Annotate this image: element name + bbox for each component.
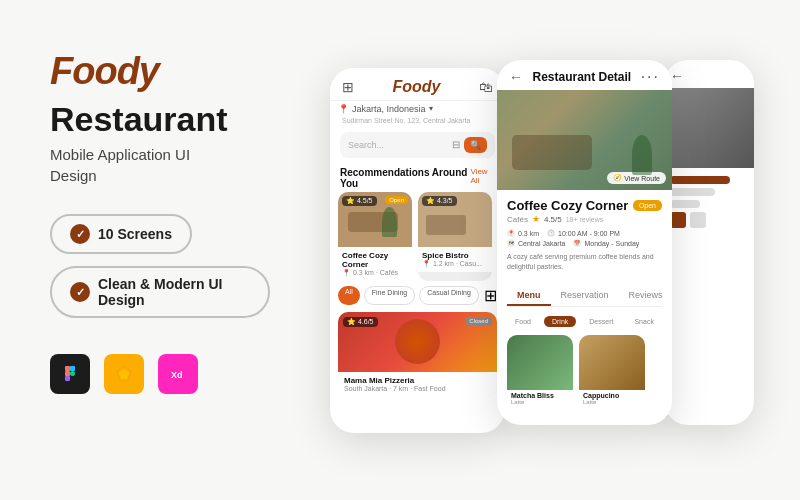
xd-icon[interactable]: Xd bbox=[158, 354, 198, 394]
distance-icon: 📍 bbox=[507, 229, 515, 237]
p3-back-button[interactable]: ← bbox=[670, 68, 684, 84]
brand-name: Foody bbox=[50, 50, 270, 93]
phone-third-screen: ← bbox=[664, 60, 754, 425]
check-icon-2: ✓ bbox=[70, 282, 90, 302]
p1-cart-icon: 🛍 bbox=[479, 79, 493, 95]
badge-screens-label: 10 Screens bbox=[98, 226, 172, 242]
cat-casual[interactable]: Casual Dining bbox=[419, 286, 479, 305]
drink-tab-dessert[interactable]: Dessert bbox=[581, 316, 621, 327]
pizza-card[interactable]: ⭐ 4.6/5 Closed Mama Mia Pizzeria South J… bbox=[338, 312, 497, 396]
drink-card-2[interactable]: Cappucino Latte bbox=[579, 335, 645, 408]
cat-all[interactable]: All bbox=[338, 286, 360, 305]
p3-image bbox=[664, 88, 754, 168]
card-2-info: Spice Bistro 📍 1.2 km · Casu... bbox=[418, 247, 492, 272]
pizza-circle bbox=[395, 319, 440, 364]
p3-header: ← bbox=[664, 60, 754, 88]
tools-row: Xd bbox=[50, 354, 270, 394]
p3-bar-3 bbox=[670, 200, 700, 208]
plant-img-decor bbox=[632, 135, 652, 175]
app-subtitle: Mobile Application UIDesign bbox=[50, 144, 270, 186]
drink-1-name: Matcha Bliss bbox=[507, 390, 573, 399]
restaurant-description: A cozy café serving premium coffee blend… bbox=[507, 252, 662, 272]
drink-card-1[interactable]: Matcha Bliss Latte bbox=[507, 335, 573, 408]
back-button[interactable]: ← bbox=[509, 69, 523, 85]
cat-grid-icon[interactable]: ⊞ bbox=[484, 286, 497, 305]
p1-logo: Foody bbox=[393, 78, 441, 96]
phone-home-screen: ⊞ Foody 🛍 📍 Jakarta, Indonesia ▾ Sudirma… bbox=[330, 68, 505, 433]
meta-distance: 📍 0.3 km bbox=[507, 229, 539, 237]
design-badge: ✓ Clean & Modern UI Design bbox=[50, 266, 270, 318]
sketch-icon[interactable] bbox=[104, 354, 144, 394]
pizza-sub: South Jakarta · 7 km · Fast Food bbox=[344, 385, 491, 392]
card-2-name: Spice Bistro bbox=[422, 251, 488, 260]
rest-card-2[interactable]: ⭐ 4.3/5 Spice Bistro 📍 1.2 km · Casu... bbox=[418, 192, 492, 281]
figma-icon[interactable] bbox=[50, 354, 90, 394]
view-all-link[interactable]: View All bbox=[470, 167, 495, 189]
p1-categories: All Fine Dining Casual Dining ⊞ bbox=[330, 281, 505, 308]
card-1-status: Open bbox=[385, 196, 408, 204]
view-route-label: View Route bbox=[624, 175, 660, 182]
rest-card-2-img: ⭐ 4.3/5 bbox=[418, 192, 492, 247]
p1-header: ⊞ Foody 🛍 bbox=[330, 68, 505, 101]
pizza-info: Mama Mia Pizzeria South Jakarta · 7 km ·… bbox=[338, 372, 497, 396]
tab-reviews[interactable]: Reviews bbox=[619, 286, 672, 306]
p1-cards-row: ⭐ 4.5/5 Open Coffee Cozy Corner 📍 0.3 km… bbox=[330, 192, 505, 281]
p1-grid-icon: ⊞ bbox=[342, 79, 354, 95]
card-1-name: Coffee Cozy Corner bbox=[342, 251, 408, 269]
p1-section-title: Recommendations Around You View All bbox=[330, 163, 505, 192]
svg-text:Xd: Xd bbox=[171, 370, 183, 380]
drink-tabs: Food Drink Dessert Snack bbox=[497, 313, 672, 330]
drink-2-sub: Latte bbox=[579, 399, 645, 408]
restaurant-stars: ★ bbox=[532, 214, 540, 224]
p1-search-bar[interactable]: Search... ⊟ 🔍 bbox=[340, 132, 495, 158]
chevron-down-icon: ▾ bbox=[429, 104, 433, 113]
p3-bar-1 bbox=[670, 176, 730, 184]
drink-tab-food[interactable]: Food bbox=[507, 316, 539, 327]
p2-header: ← Restaurant Detail ··· bbox=[497, 60, 672, 90]
swatch-gray[interactable] bbox=[690, 212, 706, 228]
p3-bar-2 bbox=[670, 188, 715, 196]
location-icon: 🗺 bbox=[507, 239, 515, 247]
clock-icon: 🕐 bbox=[547, 229, 555, 237]
pizza-rating: ⭐ 4.6/5 bbox=[343, 317, 378, 327]
drink-img-2 bbox=[579, 335, 645, 390]
filter-icon[interactable]: ⊟ bbox=[452, 139, 460, 150]
phones-container: ⊞ Foody 🛍 📍 Jakarta, Indonesia ▾ Sudirma… bbox=[310, 0, 800, 500]
location-pin-icon: 📍 bbox=[338, 104, 349, 114]
swatch-brown[interactable] bbox=[670, 212, 686, 228]
card-2-sub: 📍 1.2 km · Casu... bbox=[422, 260, 488, 268]
restaurant-meta: 📍 0.3 km 🕐 10:00 AM - 9:00 PM bbox=[507, 229, 662, 237]
cat-fine-dining[interactable]: Fine Dining bbox=[364, 286, 415, 305]
tab-menu[interactable]: Menu bbox=[507, 286, 551, 306]
more-options-icon[interactable]: ··· bbox=[641, 68, 660, 86]
restaurant-open-badge: Open bbox=[633, 200, 662, 211]
drink-tab-drink[interactable]: Drink bbox=[544, 316, 576, 327]
screens-badge: ✓ 10 Screens bbox=[50, 214, 192, 254]
card-1-info: Coffee Cozy Corner 📍 0.3 km · Cafés bbox=[338, 247, 412, 281]
plant-decor bbox=[382, 207, 397, 237]
restaurant-detail-info: Coffee Cozy Corner Open Cafés ★ 4.5/5 18… bbox=[497, 190, 672, 280]
svg-rect-0 bbox=[65, 366, 70, 371]
svg-rect-4 bbox=[65, 376, 70, 381]
badge-design-label: Clean & Modern UI Design bbox=[98, 276, 250, 308]
restaurant-meta-2: 🗺 Central Jakarta 📅 Monday - Sunday bbox=[507, 239, 662, 247]
calendar-icon: 📅 bbox=[573, 239, 581, 247]
drink-img-1 bbox=[507, 335, 573, 390]
card-2-rating: ⭐ 4.3/5 bbox=[422, 196, 457, 206]
svg-rect-1 bbox=[70, 366, 75, 371]
table-img-decor bbox=[512, 135, 592, 170]
rest-name-row: Coffee Cozy Corner Open bbox=[507, 198, 662, 213]
left-panel: Foody Restaurant Mobile Application UIDe… bbox=[0, 0, 310, 500]
p1-location[interactable]: 📍 Jakarta, Indonesia ▾ bbox=[330, 101, 505, 117]
drink-2-name: Cappucino bbox=[579, 390, 645, 399]
check-icon-1: ✓ bbox=[70, 224, 90, 244]
card-1-rating: ⭐ 4.5/5 bbox=[342, 196, 377, 206]
route-icon: 🧭 bbox=[613, 174, 622, 182]
search-button[interactable]: 🔍 bbox=[464, 137, 487, 153]
drink-cards: Matcha Bliss Latte Cappucino Latte bbox=[497, 330, 672, 413]
drink-tab-snack[interactable]: Snack bbox=[626, 316, 661, 327]
meta-location: 🗺 Central Jakarta bbox=[507, 239, 565, 247]
rest-card-1[interactable]: ⭐ 4.5/5 Open Coffee Cozy Corner 📍 0.3 km… bbox=[338, 192, 412, 281]
pizza-name: Mama Mia Pizzeria bbox=[344, 376, 491, 385]
tab-reservation[interactable]: Reservation bbox=[551, 286, 619, 306]
